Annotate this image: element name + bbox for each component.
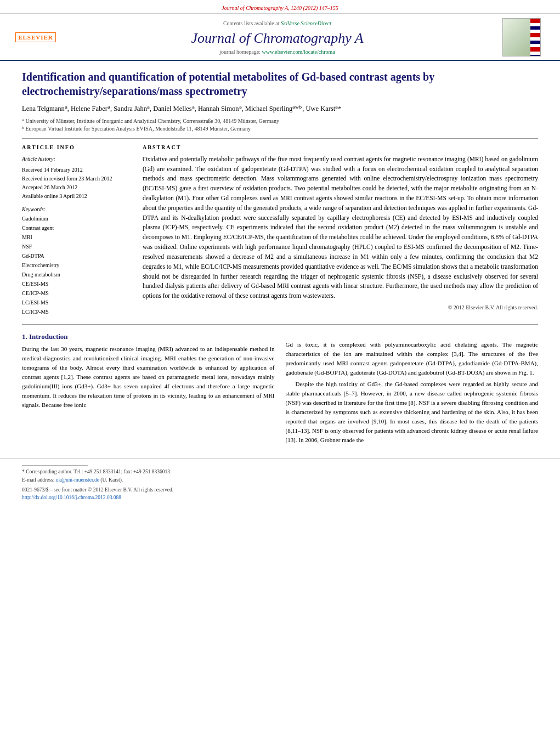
keyword-item: LC/ICP-MS [22, 307, 132, 316]
header-right [494, 18, 549, 56]
keywords-section: Keywords: GadoliniumContrast agentMRINSF… [22, 206, 132, 316]
body-col-left: 1. Introduction During the last 30 years… [22, 327, 275, 448]
keyword-item: Electrochemistry [22, 261, 132, 270]
abstract-text: Oxidative and potentially metabolic path… [143, 155, 538, 301]
intro-text-left: During the last 30 years, magnetic reson… [22, 344, 275, 410]
keywords-list: GadoliniumContrast agentMRINSFGd-DTPAEle… [22, 214, 132, 316]
keyword-item: NSF [22, 242, 132, 251]
header-area: ELSEVIER Contents lists available at Sci… [0, 14, 560, 61]
intro-para-2: Gd is toxic, it is complexed with polyam… [286, 340, 539, 377]
elsevier-logo: ELSEVIER [15, 32, 56, 42]
keyword-item: MRI [22, 233, 132, 242]
sciverse-link[interactable]: SciVerse ScienceDirect [281, 20, 331, 26]
journal-homepage: journal homepage: www.elsevier.com/locat… [219, 49, 335, 55]
divider [22, 138, 538, 139]
section-number: 1. [22, 332, 27, 341]
homepage-text: journal homepage: [219, 49, 262, 55]
intro-heading: 1. Introduction [22, 332, 275, 341]
accepted-date: Accepted 26 March 2012 [22, 183, 132, 192]
info-abstract-cols: ARTICLE INFO Article history: Received 1… [22, 144, 538, 316]
article-title: Identification and quantification of pot… [22, 70, 538, 98]
sciverse-line: Contents lists available at SciVerse Sci… [223, 20, 331, 26]
keywords-title: Keywords: [22, 206, 132, 212]
abstract-col: ABSTRACT Oxidative and potentially metab… [143, 144, 538, 316]
intro-para-1: During the last 30 years, magnetic reson… [22, 344, 275, 410]
affiliation-a: ᵃ University of Münster, Institute of In… [22, 117, 538, 125]
main-body: 1. Introduction During the last 30 years… [0, 327, 560, 453]
copyright-line: © 2012 Elsevier B.V. All rights reserved… [143, 304, 538, 310]
journal-ref: Journal of Chromatography A, 1240 (2012)… [222, 5, 338, 11]
authors-text: Lena Telgmannᵃ, Helene Faberᵃ, Sandra Ja… [22, 105, 342, 112]
article-history: Article history: Received 14 February 20… [22, 155, 132, 201]
history-label: Article history: [22, 155, 132, 163]
email-address[interactable]: uk@uni-muenster.de [56, 477, 99, 483]
intro-text-right: Gd is toxic, it is complexed with polyam… [286, 340, 539, 445]
issn-note: 0021-9673/$ – see front matter © 2012 El… [22, 486, 538, 494]
abstract-body: Oxidative and potentially metabolic path… [143, 155, 538, 301]
affiliations: ᵃ University of Münster, Institute of In… [22, 117, 538, 133]
keyword-item: Gadolinium [22, 214, 132, 223]
abstract-heading: ABSTRACT [143, 144, 538, 150]
page-footer: * Corresponding author. Tel.: +49 251 83… [0, 458, 560, 504]
body-col-right: Gd is toxic, it is complexed with polyam… [286, 327, 539, 448]
keyword-item: Gd-DTPA [22, 251, 132, 261]
cover-thumbnail [502, 18, 541, 56]
article-info-heading: ARTICLE INFO [22, 144, 132, 150]
homepage-url[interactable]: www.elsevier.com/locate/chroma [262, 49, 335, 55]
journal-title: Journal of Chromatography A [191, 30, 363, 47]
authors-line: Lena Telgmannᵃ, Helene Faberᵃ, Sandra Ja… [22, 104, 538, 114]
sciverse-text: Contents lists available at [223, 20, 281, 26]
keyword-item: Contrast agent [22, 223, 132, 233]
keyword-item: Drug metabolism [22, 270, 132, 279]
section-divider [22, 324, 538, 325]
header-left: ELSEVIER [11, 18, 60, 56]
doi-link[interactable]: http://dx.doi.org/10.1016/j.chroma.2012.… [22, 495, 538, 500]
corresponding-note: * Corresponding author. Tel.: +49 251 83… [22, 468, 538, 484]
available-date: Available online 3 April 2012 [22, 192, 132, 201]
keyword-item: CE/ICP-MS [22, 289, 132, 298]
email-name: (U. Karst). [100, 477, 123, 483]
article-info-col: ARTICLE INFO Article history: Received 1… [22, 144, 132, 316]
received-date: Received 14 February 2012 [22, 166, 132, 174]
received-revised-date: Received in revised form 23 March 2012 [22, 174, 132, 183]
keyword-item: CE/ESI-MS [22, 279, 132, 289]
article-content: Identification and quantification of pot… [0, 61, 560, 322]
corresponding-text: * Corresponding author. Tel.: +49 251 83… [22, 469, 171, 474]
top-bar: Journal of Chromatography A, 1240 (2012)… [0, 0, 560, 14]
header-center: Contents lists available at SciVerse Sci… [60, 18, 494, 56]
footnote-divider [22, 465, 88, 466]
affiliation-b: ᵇ European Virtual Institute for Speciat… [22, 125, 538, 133]
keyword-item: LC/ESI-MS [22, 298, 132, 307]
page-wrapper: Journal of Chromatography A, 1240 (2012)… [0, 0, 560, 741]
email-label: E-mail address: [22, 477, 56, 483]
intro-para-3: Despite the high toxicity of Gd3+, the G… [286, 380, 539, 445]
section-title-text: Introduction [29, 332, 68, 341]
